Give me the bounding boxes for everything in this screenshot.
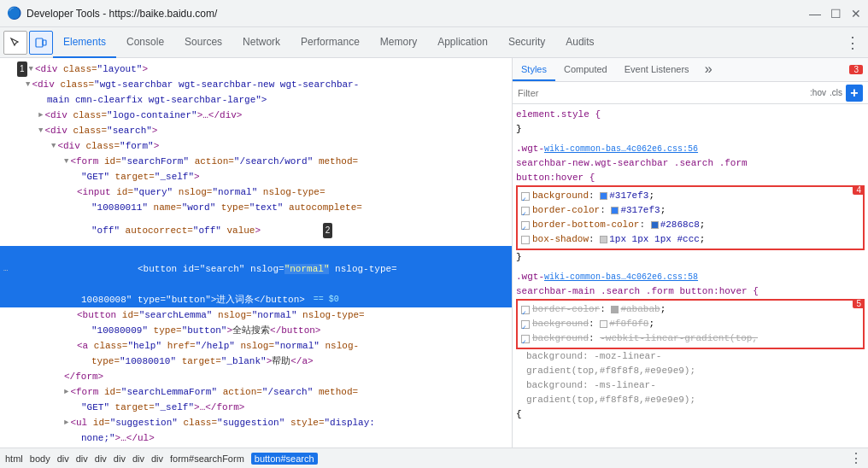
inspect-button[interactable]: [3, 31, 27, 55]
tab-security[interactable]: Security: [498, 27, 555, 58]
style-property: background: [532, 189, 589, 203]
styles-filter-bar: :hov .cls +: [513, 82, 868, 104]
breadcrumb-div-3[interactable]: div: [95, 453, 107, 464]
element-style-selector: element.style {: [516, 108, 601, 122]
styles-tabs: Styles Computed Event Listeners » 3: [513, 58, 868, 82]
style-selector-cont: searchbar-new.wgt-searchbar .search .for…: [516, 156, 748, 171]
prop-checkbox[interactable]: [521, 306, 530, 314]
prop-checkbox[interactable]: [521, 207, 530, 215]
triangle-icon: ▼: [51, 138, 56, 154]
add-style-rule-button[interactable]: +: [846, 85, 863, 102]
breadcrumb-html[interactable]: html: [5, 453, 23, 464]
breadcrumb-div-5[interactable]: div: [132, 453, 144, 464]
bottom-right: ⋮: [849, 450, 863, 466]
tab-application[interactable]: Application: [427, 27, 498, 58]
chrome-icon: 🔵: [7, 6, 21, 20]
html-line: </form>: [0, 369, 512, 384]
style-highlight-5: 5 border-color : #ababab; background : #…: [516, 299, 865, 349]
color-swatch[interactable]: [611, 306, 619, 313]
close-button[interactable]: ✕: [851, 9, 861, 19]
badge-4: 4: [853, 185, 865, 195]
style-value: #317ef3: [609, 189, 648, 203]
style-selector: .wgt-: [516, 270, 544, 284]
style-property: border-bottom-color: [532, 218, 639, 232]
html-tree[interactable]: 1 ▼ <div class="layout"> ▼ <div class="w…: [0, 58, 512, 448]
minimize-button[interactable]: —: [810, 9, 820, 19]
prop-checkbox[interactable]: [521, 192, 530, 201]
html-line: "10080011" name="word" type="text" autoc…: [0, 200, 512, 215]
tab-audits[interactable]: Audits: [555, 27, 604, 58]
tab-bar: Elements Console Sources Network Perform…: [53, 27, 605, 58]
breadcrumb-div-2[interactable]: div: [76, 453, 88, 464]
html-line: "GET" target="_self">: [0, 169, 512, 184]
html-line: "GET" target="_self">…</form>: [0, 400, 512, 415]
style-value: #317ef3: [620, 203, 660, 218]
style-selector-pseudo: button:hover {: [516, 171, 595, 185]
cls-button[interactable]: .cls: [830, 88, 842, 97]
breadcrumb-div-4[interactable]: div: [114, 453, 126, 464]
html-line: type="10080010" target="_blank">帮助</a>: [0, 354, 512, 369]
style-property: box-shadow: [532, 232, 589, 247]
tab-performance[interactable]: Performance: [290, 27, 370, 58]
breadcrumb-form[interactable]: form#searchForm: [170, 453, 244, 464]
html-line: </div>: [0, 446, 512, 448]
main-content: 1 ▼ <div class="layout"> ▼ <div class="w…: [0, 58, 868, 448]
html-line: <input id="query" nslog="normal" nslog-t…: [0, 184, 512, 200]
tab-event-listeners[interactable]: Event Listeners: [616, 58, 698, 81]
color-swatch[interactable]: [600, 236, 607, 243]
style-source-link[interactable]: wiki-common-bas…4c062e6.css:56: [544, 142, 698, 156]
prop-checkbox[interactable]: [521, 236, 530, 244]
style-source-link[interactable]: wiki-common-bas…4c062e6.css:58: [544, 270, 698, 284]
html-line: "off" autocorrect="off" value> 2: [0, 215, 512, 246]
triangle-icon: ▼: [38, 123, 43, 138]
badge-3: 3: [849, 65, 863, 74]
breadcrumb-div-1[interactable]: div: [57, 453, 69, 464]
selected-html-line[interactable]: … <button id="search" nslog="normal" nsl…: [0, 246, 512, 292]
toolbar-right: ⋮: [841, 31, 865, 55]
style-value-strikethrough: #ababab: [620, 302, 660, 317]
element-style-rule: element.style { }: [516, 108, 865, 137]
breadcrumb-body[interactable]: body: [30, 453, 50, 464]
tab-computed[interactable]: Computed: [555, 58, 616, 81]
color-swatch[interactable]: [611, 207, 619, 214]
style-property-strikethrough: background: [532, 317, 589, 331]
style-extra-line: gradient(top,#f8f8f8,#e9e9e9);: [516, 393, 865, 407]
tab-console[interactable]: Console: [116, 27, 174, 58]
style-selector: .wgt-: [516, 142, 544, 156]
style-rule-2: .wgt- wiki-common-bas…4c062e6.css:58 sea…: [516, 270, 865, 422]
styles-panel: Styles Computed Event Listeners » 3 :hov…: [513, 58, 868, 448]
tab-memory[interactable]: Memory: [370, 27, 427, 58]
ellipsis-indicator: …: [3, 261, 8, 277]
tab-sources[interactable]: Sources: [174, 27, 232, 58]
prop-checkbox[interactable]: [521, 320, 530, 329]
more-style-tabs-button[interactable]: »: [701, 58, 717, 81]
breadcrumb-selected-element[interactable]: button#search: [251, 453, 318, 465]
prop-checkbox[interactable]: [521, 221, 530, 230]
breadcrumb-div-6[interactable]: div: [151, 453, 163, 464]
prop-checkbox[interactable]: [521, 335, 530, 343]
bottom-more-button[interactable]: ⋮: [849, 450, 863, 466]
triangle-icon: ▼: [26, 77, 30, 92]
styles-content[interactable]: element.style { } .wgt- wiki-common-bas……: [513, 104, 868, 448]
device-toolbar-button[interactable]: [29, 31, 53, 55]
maximize-button[interactable]: ☐: [830, 9, 841, 19]
selected-html-line[interactable]: 10080008" type="button">进入词条</button> ==…: [0, 292, 512, 307]
inspect-icon: [9, 37, 21, 49]
color-swatch[interactable]: [600, 192, 607, 200]
svg-rect-0: [36, 38, 43, 47]
color-swatch[interactable]: [651, 221, 659, 229]
filter-input[interactable]: [518, 88, 806, 98]
tab-styles[interactable]: Styles: [513, 58, 555, 81]
hover-pseudo-button[interactable]: :hov: [810, 88, 826, 97]
style-value-strikethrough: -webkit-linear-gradient(top,: [600, 331, 758, 346]
style-rule-1: .wgt- wiki-common-bas…4c062e6.css:56 sea…: [516, 142, 865, 265]
color-swatch[interactable]: [600, 320, 607, 328]
tab-network[interactable]: Network: [232, 27, 290, 58]
window-controls: — ☐ ✕: [810, 9, 861, 19]
style-extra-line: gradient(top,#f8f8f8,#e9e9e9);: [516, 364, 865, 378]
style-value: 1px 1px 1px #ccc: [609, 232, 700, 247]
html-line: ▼ <div class="search">: [0, 123, 512, 138]
more-tabs-button[interactable]: ⋮: [841, 31, 865, 55]
tab-elements[interactable]: Elements: [53, 27, 116, 58]
badge-1: 1: [17, 61, 27, 77]
